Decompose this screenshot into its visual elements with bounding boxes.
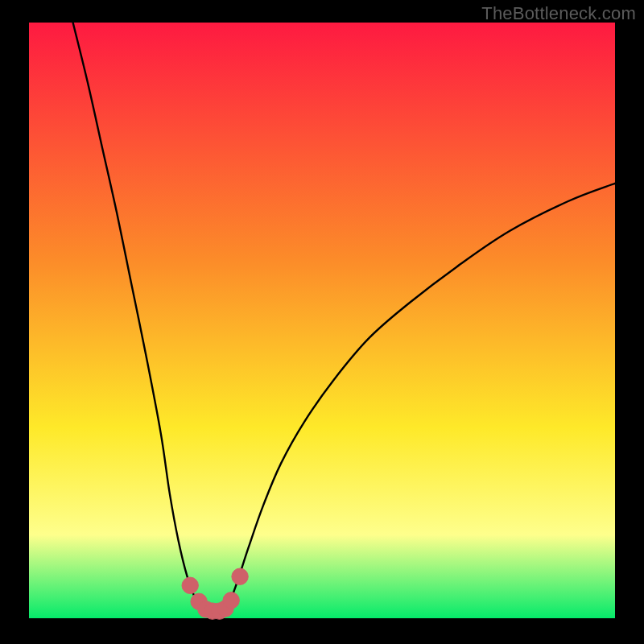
valley-marker — [223, 592, 239, 609]
chart-frame: TheBottleneck.com — [0, 0, 644, 644]
watermark-text: TheBottleneck.com — [481, 3, 636, 24]
plot-gradient-background — [29, 23, 615, 618]
bottleneck-chart — [0, 0, 644, 644]
valley-marker — [182, 577, 198, 593]
valley-marker — [232, 568, 248, 584]
